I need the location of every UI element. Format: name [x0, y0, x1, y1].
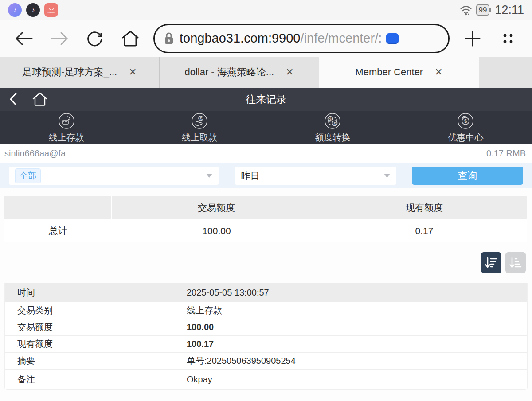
type-select[interactable]: 全部: [9, 167, 219, 185]
summary-total-label: 总计: [4, 219, 112, 242]
sort-descending-button[interactable]: [481, 252, 501, 273]
svg-text:$: $: [334, 121, 336, 125]
tab-strip: 足球预测-足球方案_... ✕ dollar - 海燕策略论... ✕ Memb…: [0, 57, 532, 88]
summary-total-row: 总计 100.00 0.17: [4, 219, 527, 242]
menu-label: 线上存款: [49, 132, 84, 144]
tab-title: Member Center: [355, 66, 423, 78]
chevron-down-icon: [206, 174, 212, 178]
menu-label: 优惠中心: [448, 132, 483, 144]
date-select[interactable]: 昨日: [235, 167, 397, 185]
home-button[interactable]: [113, 30, 148, 47]
forward-button[interactable]: [42, 31, 77, 47]
tiktok-app-icon: ♪: [26, 3, 40, 17]
account-username: sinlin666aa@fa: [4, 148, 66, 159]
page-navbar: 往来记录: [0, 88, 532, 111]
detail-label: 交易额度: [5, 321, 187, 333]
summary-header-balance: 现有额度: [321, 196, 527, 219]
tab-title: dollar - 海燕策略论...: [184, 66, 274, 79]
appgallery-label: HUAWEI: [48, 11, 55, 13]
detail-label: 备注: [5, 374, 187, 385]
wifi-icon: [459, 4, 473, 16]
menu-item-transfer[interactable]: $ $ 额度转换: [266, 111, 399, 144]
back-button[interactable]: [6, 31, 42, 47]
menu-item-withdraw[interactable]: $ 线上取款: [133, 111, 266, 144]
transfer-icon: $ $: [324, 112, 341, 130]
url-host: tongbao31.com:9900: [180, 31, 301, 45]
date-selected-value: 昨日: [241, 170, 260, 182]
tab-football[interactable]: 足球预测-足球方案_... ✕: [0, 57, 160, 88]
deposit-icon: [58, 112, 75, 130]
tab-dollar[interactable]: dollar - 海燕策略论... ✕: [160, 57, 319, 88]
new-tab-button[interactable]: [455, 30, 490, 47]
account-balance: 0.17 RMB: [486, 148, 526, 159]
sort-ascending-button[interactable]: [505, 252, 526, 273]
summary-total-balance: 0.17: [321, 219, 527, 242]
status-bar: ♪ ♪ HUAWEI 99 12:11: [0, 0, 532, 20]
url-bar[interactable]: tongbao31.com:9900/infe/mcenter/:: [153, 24, 450, 53]
detail-label: 时间: [5, 287, 187, 299]
reader-mode-icon[interactable]: [386, 33, 399, 44]
detail-value: 单号:202505063950905254: [187, 355, 527, 367]
withdraw-icon: $: [191, 112, 208, 130]
battery-icon: 99: [476, 4, 492, 16]
huawei-appgallery-icon: HUAWEI: [44, 3, 58, 17]
svg-text:$: $: [200, 116, 202, 121]
summary-total-transaction: 100.00: [112, 219, 321, 242]
menu-item-deposit[interactable]: 线上存款: [0, 111, 133, 144]
reload-button[interactable]: [77, 30, 113, 47]
tab-title: 足球预测-足球方案_...: [22, 66, 117, 79]
menu-item-promo[interactable]: $ 优惠中心: [399, 111, 532, 144]
summary-header-empty: [4, 196, 112, 219]
tabs-menu-button[interactable]: [490, 31, 526, 46]
close-icon[interactable]: ✕: [286, 66, 293, 78]
music-app-icon: ♪: [8, 3, 22, 17]
battery-percent: 99: [476, 4, 490, 16]
summary-header-transaction: 交易额度: [112, 196, 321, 219]
menu-label: 线上取款: [182, 132, 217, 144]
menu-label: 额度转换: [315, 132, 350, 144]
lock-icon: [164, 32, 174, 45]
detail-value: 100.00: [187, 322, 527, 332]
filter-bar: 全部 昨日 查询: [0, 163, 532, 188]
detail-value: 100.17: [187, 339, 527, 349]
detail-value: 线上存款: [187, 304, 527, 316]
detail-row-time: 时间 2025-05-05 13:00:57: [5, 283, 527, 302]
svg-text:$: $: [329, 117, 332, 121]
type-selected-tag: 全部: [15, 168, 41, 183]
detail-label: 摘要: [5, 355, 187, 367]
detail-row-summary: 摘要 单号:202505063950905254: [5, 353, 527, 370]
search-button[interactable]: 查询: [412, 167, 523, 185]
url-path: /infe/mcenter/:: [301, 31, 382, 45]
detail-row-amount: 交易额度 100.00: [5, 319, 527, 336]
page-title: 往来记录: [0, 93, 532, 106]
close-icon[interactable]: ✕: [434, 66, 442, 78]
detail-row-remark: 备注 Okpay: [5, 370, 527, 389]
summary-header-row: 交易额度 现有额度: [4, 196, 527, 219]
status-time: 12:11: [495, 3, 524, 17]
detail-row-type: 交易类别 线上存款: [5, 302, 527, 319]
close-icon[interactable]: ✕: [129, 66, 137, 78]
transaction-detail-card: 时间 2025-05-05 13:00:57 交易类别 线上存款 交易额度 10…: [4, 283, 528, 390]
svg-text:$: $: [464, 118, 467, 124]
detail-value: Okpay: [187, 374, 527, 385]
promo-icon: $: [457, 112, 474, 130]
sort-controls: [0, 252, 526, 273]
detail-row-balance: 现有额度 100.17: [5, 336, 527, 353]
summary-table: 交易额度 现有额度 总计 100.00 0.17: [4, 196, 527, 242]
quick-menu: 线上存款 $ 线上取款 $ $: [0, 111, 532, 144]
screen: ♪ ♪ HUAWEI 99 12:11: [0, 0, 532, 401]
detail-label: 交易类别: [5, 304, 187, 316]
browser-toolbar: tongbao31.com:9900/infe/mcenter/:: [0, 20, 532, 57]
account-row: sinlin666aa@fa 0.17 RMB: [0, 144, 532, 163]
tab-member-center[interactable]: Member Center ✕: [319, 57, 479, 88]
detail-value: 2025-05-05 13:00:57: [187, 288, 527, 298]
chevron-down-icon: [384, 174, 390, 178]
detail-label: 现有额度: [5, 338, 187, 350]
